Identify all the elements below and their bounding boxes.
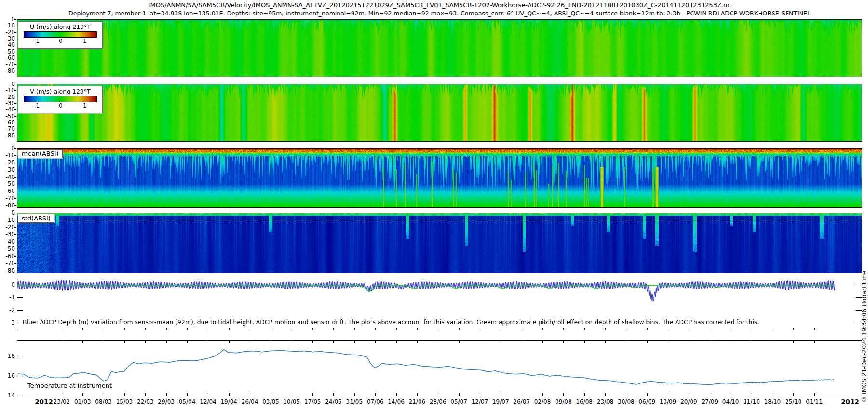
y-tick-mark: [14, 227, 16, 228]
x-tick-label: 29/03: [158, 398, 175, 405]
y-tick-mark: [14, 32, 16, 33]
v-colorbar-ticks: -1 0 1: [18, 102, 102, 109]
y-tick-label: -10: [5, 217, 15, 223]
y-tick-mark: [14, 52, 16, 52]
depth-annotation: Blue: ADCP Depth (m) variation from sens…: [23, 318, 759, 326]
figure-title: IMOS/ANMN/SA/SAM5CB/Velocity/IMOS_ANMN-S…: [17, 1, 862, 9]
y-tick-mark: [14, 39, 16, 39]
y-tick-label: -70: [5, 125, 15, 132]
x-tick-label: 07/06: [367, 398, 384, 405]
y-tick-mark: [14, 64, 16, 65]
y-tick-label: 16: [8, 372, 15, 379]
x-year-start-label: 2012: [35, 398, 53, 406]
y-tick-mark: [14, 123, 16, 123]
y-tick-label: -30: [5, 166, 15, 173]
y-tick-mark: [14, 103, 16, 104]
y-tick-label: -80: [5, 68, 15, 74]
y-tick-mark: [14, 116, 16, 117]
x-tick-label: 05/07: [450, 398, 467, 405]
u-colorbar-legend: U (m/s) along 219°T -1 0 1: [18, 21, 103, 49]
y-tick-label: -30: [5, 100, 15, 107]
y-tick-label: 18: [8, 353, 15, 359]
x-tick-label: 25/10: [785, 398, 802, 405]
y-tick-mark: [14, 71, 16, 71]
mean-absi-label: mean(ABSI): [18, 149, 63, 158]
x-tick-label: 10/05: [283, 398, 300, 405]
u-colorbar-tick: 1: [83, 38, 86, 44]
v-colorbar-legend: V (m/s) along 129°T -1 0 1: [18, 86, 103, 113]
y-tick-label: -1: [9, 294, 15, 301]
y-tick-mark: [14, 256, 16, 257]
y-tick-mark: [14, 45, 16, 45]
x-tick-label: 03/05: [262, 398, 279, 405]
y-tick-mark: [14, 97, 16, 97]
y-tick-mark: [14, 19, 16, 20]
y-tick-label: -30: [5, 231, 15, 238]
x-tick-label: 01/03: [74, 398, 91, 405]
y-tick-mark: [14, 58, 16, 58]
x-tick-label: 01/11: [806, 398, 823, 405]
x-tick-label: 21/06: [409, 398, 426, 405]
y-tick-label: -70: [5, 61, 15, 68]
v-velocity-heatmap: [17, 84, 862, 142]
v-colorbar-tick: 1: [83, 102, 86, 109]
y-tick-label: -20: [5, 224, 15, 231]
mean-absi-heatmap: [17, 148, 862, 208]
y-tick-label: -60: [5, 55, 15, 61]
x-tick-label: 08/03: [95, 398, 112, 405]
y-tick-label: -80: [5, 202, 15, 209]
y-tick-mark: [14, 213, 16, 213]
y-tick-mark: [14, 198, 16, 199]
y-tick-label: -50: [5, 246, 15, 252]
y-tick-mark: [14, 177, 16, 178]
x-tick-label: 06/09: [638, 398, 655, 405]
x-tick-label: 27/09: [702, 398, 719, 405]
y-tick-label: -40: [5, 41, 15, 48]
x-tick-label: 24/05: [325, 398, 342, 405]
y-tick-label: -80: [5, 132, 15, 139]
x-tick-label: 26/04: [242, 398, 258, 405]
y-tick-label: -3: [9, 319, 15, 326]
y-tick-mark: [14, 249, 16, 249]
u-legend-title: U (m/s) along 219°T: [18, 23, 102, 30]
x-tick-label: 12/07: [472, 398, 488, 405]
x-tick-label: 17/05: [304, 398, 321, 405]
y-tick-label: -2: [9, 307, 15, 314]
u-colorbar-tick: 0: [59, 38, 62, 44]
figure-root: IMOS/ANMN/SA/SAM5CB/Velocity/IMOS_ANMN-S…: [0, 0, 868, 410]
y-tick-label: -40: [5, 174, 15, 180]
y-tick-label: -20: [5, 159, 15, 166]
y-tick-mark: [14, 205, 16, 206]
std-absi-heatmap: [17, 213, 862, 273]
y-tick-label: -10: [5, 87, 15, 94]
x-tick-label: 05/04: [179, 398, 196, 405]
y-tick-label: -60: [5, 119, 15, 126]
y-tick-mark: [14, 26, 16, 26]
x-tick-label: 22/03: [137, 398, 154, 405]
y-tick-label: -40: [5, 238, 15, 245]
y-tick-label: -20: [5, 29, 15, 36]
x-tick-label: 26/07: [513, 398, 530, 405]
y-tick-label: 14: [8, 392, 15, 399]
v-colorbar-tick: 0: [59, 102, 62, 109]
x-tick-label: 11/10: [743, 398, 760, 405]
y-tick-label: -60: [5, 188, 15, 194]
y-tick-label: 0: [11, 281, 15, 288]
y-tick-label: -30: [5, 35, 15, 42]
x-tick-label: 20/09: [680, 398, 697, 405]
y-tick-mark: [14, 148, 16, 149]
figure-subtitle: Deployment 7, member 1 lat=34.93S lon=13…: [17, 10, 862, 17]
y-tick-mark: [14, 163, 16, 163]
x-tick-label: 28/06: [430, 398, 447, 405]
y-tick-label: -80: [5, 267, 15, 274]
y-tick-mark: [14, 129, 16, 129]
y-tick-mark: [14, 220, 16, 220]
x-tick-label: 18/10: [764, 398, 781, 405]
x-tick-label: 31/05: [346, 398, 363, 405]
x-tick-label: 23/08: [597, 398, 614, 405]
x-tick-label: 04/10: [722, 398, 739, 405]
y-tick-mark: [14, 242, 16, 242]
y-tick-label: -50: [5, 113, 15, 120]
x-tick-label: 19/04: [220, 398, 237, 405]
y-tick-label: -50: [5, 180, 15, 187]
